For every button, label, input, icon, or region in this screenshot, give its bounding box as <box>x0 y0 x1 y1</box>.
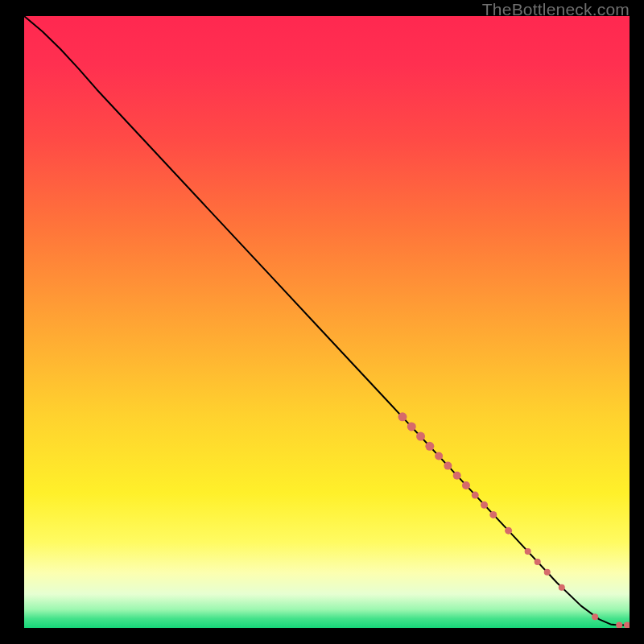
data-marker <box>544 569 551 576</box>
plot-area <box>24 16 630 628</box>
data-marker <box>481 502 488 509</box>
data-marker <box>535 559 541 565</box>
data-marker <box>398 412 407 421</box>
data-marker <box>525 548 531 555</box>
data-marker <box>462 481 470 489</box>
data-marker <box>472 492 479 499</box>
data-marker <box>592 613 598 620</box>
data-marker <box>425 442 434 451</box>
data-marker <box>453 472 461 480</box>
data-marker <box>407 422 416 431</box>
data-marker <box>505 527 512 535</box>
data-marker <box>489 511 497 518</box>
data-marker <box>416 432 425 441</box>
data-marker <box>435 452 443 460</box>
data-marker <box>559 584 565 591</box>
data-marker <box>444 462 452 470</box>
chart-svg <box>24 16 630 628</box>
chart-stage: TheBottleneck.com <box>0 0 644 644</box>
